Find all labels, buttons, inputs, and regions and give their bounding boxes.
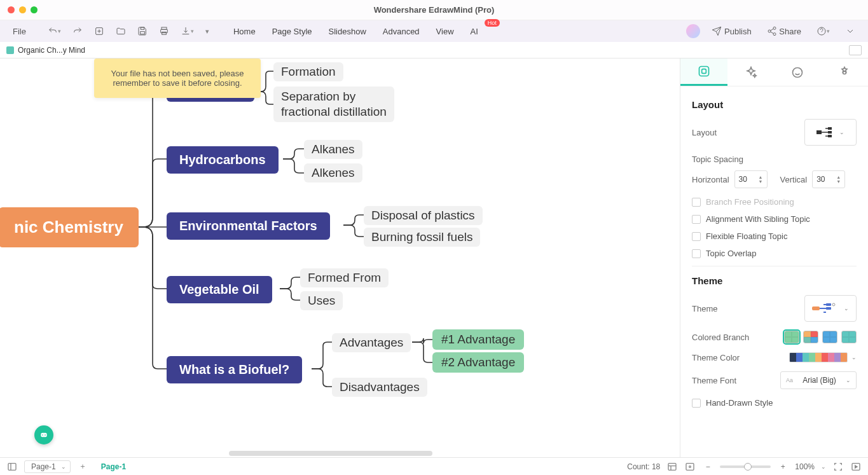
svg-rect-5 bbox=[162, 32, 167, 34]
publish-button[interactable]: Publish bbox=[708, 24, 755, 39]
align-sibling-label: Alignment With Sibling Topic bbox=[706, 214, 810, 224]
add-page-button[interactable]: ＋ bbox=[77, 461, 88, 472]
mindmap-leaf[interactable]: Disposal of plastics bbox=[364, 206, 483, 225]
mindmap-leaf[interactable]: Alkanes bbox=[304, 140, 362, 159]
mindmap-branch-vegetable-oil[interactable]: Vegetable Oil bbox=[167, 276, 272, 303]
menu-ai[interactable]: AIHot bbox=[464, 24, 485, 39]
print-button[interactable] bbox=[155, 24, 173, 39]
mindmap-leaf[interactable]: Advantages bbox=[332, 333, 411, 352]
svg-rect-18 bbox=[828, 127, 832, 130]
new-button[interactable] bbox=[90, 24, 108, 39]
mindmap-leaf[interactable]: Burning fossil fuels bbox=[364, 228, 480, 247]
outline-toggle-icon[interactable] bbox=[6, 461, 18, 472]
align-sibling-checkbox[interactable]: Alignment With Sibling Topic bbox=[692, 214, 857, 224]
sidepanel-tab-settings[interactable] bbox=[821, 59, 868, 86]
vertical-spacing-input[interactable]: 30▲▼ bbox=[812, 170, 845, 188]
theme-selector[interactable]: ⌄ bbox=[804, 295, 857, 322]
colored-branch-swatches bbox=[784, 331, 857, 343]
page-selector-value: Page-1 bbox=[31, 462, 56, 471]
mindmap-leaf[interactable]: Formation bbox=[273, 62, 343, 81]
help-button[interactable]: ▾ bbox=[813, 24, 834, 39]
menu-ai-label: AI bbox=[471, 27, 478, 36]
page-selector[interactable]: Page-1⌄ bbox=[24, 460, 71, 473]
menu-slideshow[interactable]: Slideshow bbox=[322, 24, 373, 39]
menu-page-style[interactable]: Page Style bbox=[266, 24, 319, 39]
sidepanel-tab-ai[interactable] bbox=[727, 59, 775, 86]
horizontal-label: Horizontal bbox=[692, 175, 729, 184]
mindmap-leaf[interactable]: Disadvantages bbox=[332, 378, 427, 397]
horizontal-scrollbar[interactable] bbox=[229, 451, 432, 456]
swatch-2[interactable] bbox=[803, 331, 818, 343]
canvas[interactable]: Your file has not been saved, please rem… bbox=[0, 59, 680, 457]
window-controls bbox=[8, 6, 38, 13]
zoom-slider[interactable] bbox=[720, 465, 771, 468]
flex-float-checkbox[interactable]: Flexible Floating Topic bbox=[692, 231, 857, 241]
redo-button[interactable] bbox=[69, 24, 86, 39]
swatch-1[interactable] bbox=[784, 331, 799, 343]
mindmap-leaf[interactable]: Uses bbox=[300, 291, 343, 310]
minimize-window-button[interactable] bbox=[19, 6, 26, 13]
sidepanel-tab-emoji[interactable] bbox=[775, 59, 822, 86]
topic-overlap-label: Topic Overlap bbox=[706, 249, 756, 258]
export-button[interactable]: ▾ bbox=[177, 24, 198, 39]
maximize-window-button[interactable] bbox=[31, 6, 38, 13]
sidepanel-tab-layout[interactable] bbox=[680, 59, 727, 86]
more-button[interactable]: ▾ bbox=[202, 25, 213, 38]
menu-view[interactable]: View bbox=[430, 24, 460, 39]
panel-toggle-icon[interactable] bbox=[849, 45, 862, 55]
svg-rect-26 bbox=[668, 463, 676, 470]
svg-point-28 bbox=[689, 465, 691, 467]
mindmap-root[interactable]: nic Chemistry bbox=[0, 207, 139, 247]
titlebar: Wondershare EdrawMind (Pro) bbox=[0, 0, 868, 20]
layout-selector[interactable]: ⌄ bbox=[804, 119, 857, 146]
svg-rect-22 bbox=[826, 303, 831, 306]
mindmap-leaf[interactable]: Alkenes bbox=[304, 163, 362, 182]
share-label: Share bbox=[779, 27, 801, 36]
save-button[interactable] bbox=[134, 24, 151, 39]
svg-rect-10 bbox=[41, 433, 46, 437]
menu-home[interactable]: Home bbox=[227, 24, 262, 39]
mindmap-leaf-green[interactable]: #1 Advantage bbox=[432, 329, 524, 350]
user-avatar[interactable] bbox=[686, 24, 700, 38]
theme-font-selector[interactable]: AaArial (Big)⌄ bbox=[780, 371, 857, 389]
publish-label: Publish bbox=[724, 27, 752, 36]
share-button[interactable]: Share bbox=[763, 24, 805, 39]
handdrawn-checkbox[interactable]: Hand-Drawn Style bbox=[692, 398, 857, 408]
menu-advanced[interactable]: Advanced bbox=[376, 24, 426, 39]
mindmap-leaf[interactable]: Formed From bbox=[300, 268, 389, 287]
theme-font-value: Arial (Big) bbox=[803, 376, 836, 385]
doc-tab-label[interactable]: Organic Ch...y Mind bbox=[18, 46, 85, 55]
topic-overlap-checkbox[interactable]: Topic Overlap bbox=[692, 249, 857, 258]
status-bar: Page-1⌄ ＋ Page-1 Count: 18 − + 100%⌄ bbox=[0, 457, 868, 475]
mindmap-branch-environmental[interactable]: Environmental Factors bbox=[167, 212, 330, 240]
view-mode-icon[interactable] bbox=[666, 461, 678, 472]
horizontal-value: 30 bbox=[739, 175, 747, 184]
horizontal-spacing-input[interactable]: 30▲▼ bbox=[734, 170, 768, 188]
mindmap-leaf[interactable]: Separation by fractional distillation bbox=[273, 86, 394, 122]
hot-badge: Hot bbox=[485, 19, 500, 27]
fullscreen-icon[interactable] bbox=[832, 461, 844, 472]
svg-rect-3 bbox=[162, 27, 167, 29]
file-menu[interactable]: File bbox=[9, 24, 30, 39]
mindmap-branch-biofuel[interactable]: What is a Biofuel? bbox=[167, 356, 302, 383]
zoom-in-button[interactable]: + bbox=[777, 461, 789, 472]
side-panel: Layout Layout ⌄ Topic Spacing Horizontal… bbox=[680, 59, 868, 457]
mindmap-leaf-green[interactable]: #2 Advantage bbox=[432, 352, 524, 373]
assistant-button[interactable] bbox=[34, 425, 53, 444]
fit-view-icon[interactable] bbox=[684, 461, 696, 472]
theme-font-label: Theme Font bbox=[692, 376, 736, 385]
svg-rect-27 bbox=[686, 463, 694, 470]
page-tab[interactable]: Page-1 bbox=[95, 462, 132, 471]
collapse-button[interactable] bbox=[841, 24, 859, 39]
swatch-3[interactable] bbox=[822, 331, 837, 343]
zoom-out-button[interactable]: − bbox=[702, 461, 713, 472]
present-icon[interactable] bbox=[850, 461, 862, 472]
swatch-4[interactable] bbox=[841, 331, 857, 343]
close-window-button[interactable] bbox=[8, 6, 15, 13]
open-button[interactable] bbox=[112, 24, 130, 39]
mindmap-branch-hydrocarbons[interactable]: Hydrocarbons bbox=[167, 146, 279, 174]
undo-button[interactable]: ▾ bbox=[44, 24, 65, 39]
svg-rect-25 bbox=[8, 463, 16, 470]
theme-color-caret[interactable]: ⌄ bbox=[851, 354, 857, 361]
theme-color-strip[interactable] bbox=[789, 352, 848, 362]
